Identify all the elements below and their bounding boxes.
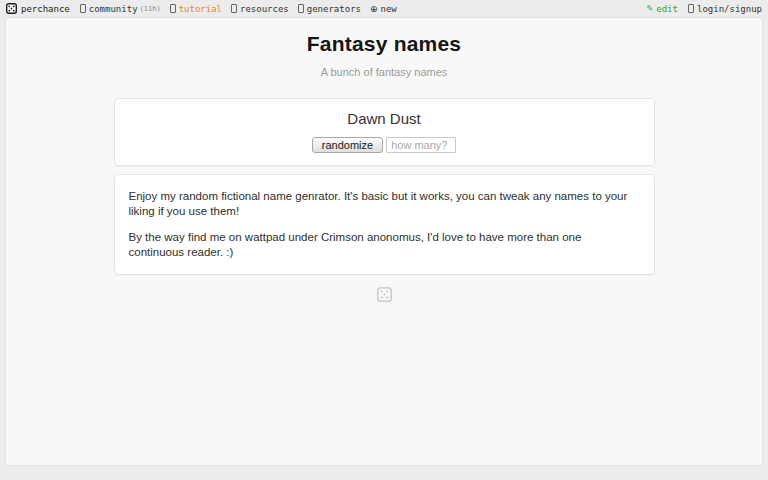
dice-logo-icon bbox=[6, 3, 21, 14]
nav-item-community[interactable]: community (11h) bbox=[80, 4, 161, 14]
resources-icon bbox=[231, 4, 237, 13]
login-label: login/signup bbox=[697, 4, 762, 14]
generator-output-panel: Dawn Dust randomize bbox=[114, 98, 655, 166]
edit-label: edit bbox=[656, 4, 678, 14]
login-signup-link[interactable]: login/signup bbox=[688, 4, 762, 14]
community-icon bbox=[80, 4, 86, 13]
plus-circle-icon: ⊕ bbox=[370, 4, 378, 14]
generators-label: generators bbox=[307, 4, 361, 14]
main-content-card: Fantasy names A bunch of fantasy names D… bbox=[5, 17, 763, 466]
new-label: new bbox=[381, 4, 397, 14]
edit-link[interactable]: ✎ edit bbox=[647, 4, 678, 14]
description-line-1: Enjoy my random fictional name genrator.… bbox=[129, 189, 640, 219]
generated-name-text: Dawn Dust bbox=[115, 110, 654, 127]
perchance-logo[interactable]: perchance bbox=[6, 3, 70, 14]
user-icon bbox=[688, 4, 694, 13]
community-label: community bbox=[89, 4, 138, 14]
nav-item-generators[interactable]: generators bbox=[298, 4, 361, 14]
randomize-button[interactable]: randomize bbox=[312, 137, 383, 153]
resources-label: resources bbox=[240, 4, 289, 14]
page-subtitle: A bunch of fantasy names bbox=[6, 66, 762, 78]
description-line-2: By the way find me on wattpad under Crim… bbox=[129, 230, 640, 260]
nav-item-new[interactable]: ⊕ new bbox=[370, 4, 397, 14]
how-many-input[interactable] bbox=[386, 137, 456, 153]
generator-controls: randomize bbox=[115, 137, 654, 153]
top-navbar: perchance community (11h) tutorial resou… bbox=[0, 0, 768, 17]
navbar-right: ✎ edit login/signup bbox=[647, 4, 762, 14]
generators-icon bbox=[298, 4, 304, 13]
watermark-container bbox=[6, 287, 762, 302]
pencil-icon: ✎ bbox=[647, 4, 654, 13]
brand-label: perchance bbox=[21, 4, 70, 14]
description-panel: Enjoy my random fictional name genrator.… bbox=[114, 174, 655, 275]
community-time-badge: (11h) bbox=[140, 5, 161, 13]
tutorial-label: tutorial bbox=[179, 4, 222, 14]
nav-item-tutorial[interactable]: tutorial bbox=[170, 4, 222, 14]
dice-watermark-icon bbox=[377, 287, 392, 302]
nav-item-resources[interactable]: resources bbox=[231, 4, 289, 14]
page-title: Fantasy names bbox=[6, 18, 762, 56]
tutorial-icon bbox=[170, 4, 176, 13]
